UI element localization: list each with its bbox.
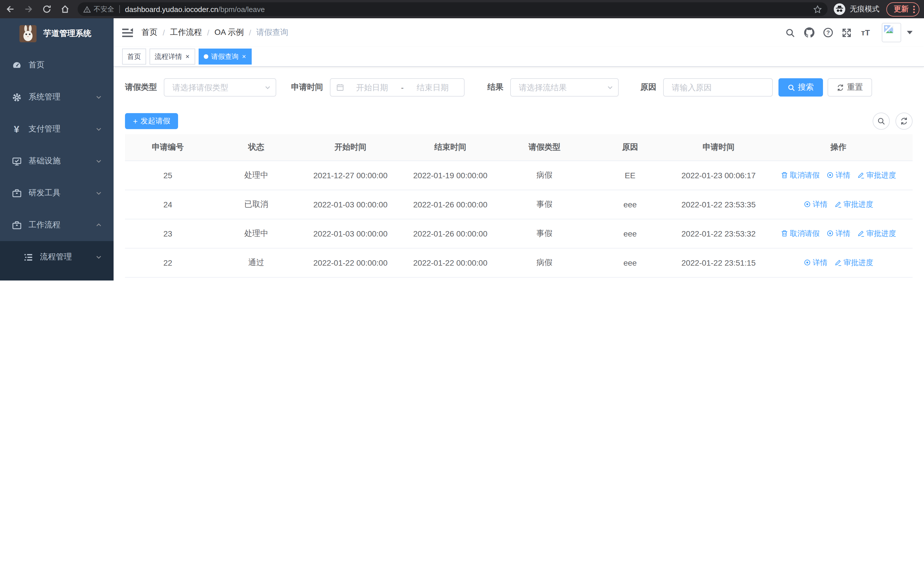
reset-button[interactable]: 重置 xyxy=(828,78,872,96)
help-icon[interactable]: ? xyxy=(818,18,837,47)
column-header: 申请时间 xyxy=(673,134,764,161)
bookmark-star-icon[interactable] xyxy=(813,5,822,14)
table-refresh-icon[interactable] xyxy=(896,113,913,130)
browser-forward-icon[interactable] xyxy=(21,1,36,17)
leave-type-select[interactable] xyxy=(164,78,276,96)
app-logo-row[interactable]: 芋道管理系统 xyxy=(0,18,114,49)
action-label: 详情 xyxy=(813,199,828,210)
end-date-input[interactable] xyxy=(407,82,458,93)
browser-home-icon[interactable] xyxy=(57,1,73,17)
sidebar-item-payment-mgmt[interactable]: ¥支付管理 xyxy=(0,113,114,145)
browser-reload-icon[interactable] xyxy=(39,1,55,17)
omnibox-divider xyxy=(119,5,120,13)
tab-label: 首页 xyxy=(127,52,141,62)
cell-end: 2022-01-22 00:00:00 xyxy=(399,248,502,277)
list-icon xyxy=(23,252,33,262)
sidebar-item-task-mgmt[interactable]: 任务管理 xyxy=(0,273,114,281)
close-icon[interactable]: × xyxy=(185,53,190,60)
top-navbar: 首页/工作流程/OA 示例/请假查询 ? тT xyxy=(114,18,924,47)
pen-icon xyxy=(857,230,865,238)
font-size-icon[interactable]: тT xyxy=(856,18,875,47)
apply-time-range-picker[interactable]: - xyxy=(330,78,465,96)
browser-update-button[interactable]: 更新 xyxy=(886,2,920,16)
sidebar-item-label: 系统管理 xyxy=(28,92,95,102)
column-header: 状态 xyxy=(211,134,302,161)
cell-actions: 详情审批进度 xyxy=(764,190,913,219)
update-label: 更新 xyxy=(894,4,909,14)
monitor-icon xyxy=(11,156,22,166)
cell-reason: eee xyxy=(587,248,673,277)
table-search-toggle-icon[interactable] xyxy=(873,113,890,130)
reason-input[interactable] xyxy=(670,82,765,93)
approval-progress-link[interactable]: 审批进度 xyxy=(857,229,896,239)
approval-progress-link[interactable]: 审批进度 xyxy=(857,170,896,180)
chevron-up-icon xyxy=(95,222,102,229)
sidebar-item-home[interactable]: 首页 xyxy=(0,49,114,81)
tab-请假查询[interactable]: 请假查询× xyxy=(199,48,252,65)
cell-start: 2022-01-03 00:00:00 xyxy=(302,219,399,248)
sidebar-item-process-mgmt[interactable]: 流程管理 xyxy=(0,241,114,273)
view-icon xyxy=(804,201,811,208)
cell-start: 2022-01-03 00:00:00 xyxy=(302,190,399,219)
page-content: 请假类型 申请时间 - 结果 原因 xyxy=(114,67,924,281)
result-select[interactable] xyxy=(510,78,619,96)
tab-首页[interactable]: 首页 xyxy=(122,48,146,65)
detail-link[interactable]: 详情 xyxy=(826,229,850,239)
tab-流程详情[interactable]: 流程详情× xyxy=(150,48,195,65)
fullscreen-icon[interactable] xyxy=(837,18,856,47)
cell-reason: eee xyxy=(587,219,673,248)
approval-progress-link[interactable]: 审批进度 xyxy=(834,258,873,268)
sidebar-item-label: 研发工具 xyxy=(28,188,95,198)
sidebar-item-workflow[interactable]: 工作流程 xyxy=(0,209,114,241)
cell-status: 通过 xyxy=(211,248,302,277)
sidebar-fold-button[interactable] xyxy=(114,18,141,47)
search-button[interactable]: 搜索 xyxy=(778,78,823,96)
github-icon[interactable] xyxy=(800,18,818,47)
sidebar-item-infrastructure[interactable]: 基础设施 xyxy=(0,145,114,177)
cell-start: 2022-01-22 00:00:00 xyxy=(302,248,399,277)
sidebar-item-dev-tools[interactable]: 研发工具 xyxy=(0,177,114,209)
table-header-row: 申请编号状态开始时间结束时间请假类型原因申请时间操作 xyxy=(125,134,913,161)
detail-link[interactable]: 详情 xyxy=(804,258,828,268)
leave-type-select-input[interactable] xyxy=(171,82,264,93)
active-dot-icon xyxy=(204,54,208,59)
breadcrumb-item[interactable]: OA 示例 xyxy=(214,27,244,38)
column-header: 开始时间 xyxy=(302,134,399,161)
browser-back-icon[interactable] xyxy=(2,1,18,17)
search-icon xyxy=(788,84,795,91)
security-label: 不安全 xyxy=(94,4,114,14)
breadcrumb-item[interactable]: 工作流程 xyxy=(170,27,202,38)
browser-toolbar: 不安全 dashboard.yudao.iocoder.cn/bpm/oa/le… xyxy=(0,0,924,18)
address-bar[interactable]: 不安全 dashboard.yudao.iocoder.cn/bpm/oa/le… xyxy=(78,2,828,16)
breadcrumb-item[interactable]: 首页 xyxy=(141,27,158,38)
sidebar-item-system-mgmt[interactable]: 系统管理 xyxy=(0,81,114,113)
pen-icon xyxy=(857,171,865,179)
url-text: dashboard.yudao.iocoder.cn/bpm/oa/leave xyxy=(125,5,809,14)
detail-link[interactable]: 详情 xyxy=(826,170,850,180)
close-icon[interactable]: × xyxy=(242,53,246,60)
detail-link[interactable]: 详情 xyxy=(804,199,828,210)
cell-start: 2021-12-27 00:00:00 xyxy=(302,161,399,190)
browser-menu-icon[interactable] xyxy=(913,5,915,13)
tab-label: 请假查询 xyxy=(211,52,238,62)
approval-progress-link[interactable]: 审批进度 xyxy=(834,199,873,210)
chevron-down-icon xyxy=(95,94,102,101)
result-select-input[interactable] xyxy=(518,82,607,93)
breadcrumb-item: 请假查询 xyxy=(256,27,288,38)
view-icon xyxy=(826,171,834,179)
pen-icon xyxy=(834,201,842,208)
create-leave-button[interactable]: + 发起请假 xyxy=(125,113,178,129)
cell-reason: EE xyxy=(587,161,673,190)
cell-status: 已取消 xyxy=(211,190,302,219)
cell-actions: 详情审批进度 xyxy=(764,248,913,277)
caret-down-icon xyxy=(907,31,913,34)
date-separator: - xyxy=(398,83,407,92)
chevron-down-icon xyxy=(95,158,102,164)
header-search-icon[interactable] xyxy=(781,18,800,47)
user-avatar-wrap[interactable] xyxy=(882,23,920,42)
start-date-input[interactable] xyxy=(346,82,398,93)
cancel-leave-link[interactable]: 取消请假 xyxy=(781,170,819,180)
column-header: 结束时间 xyxy=(399,134,502,161)
column-header: 申请编号 xyxy=(125,134,211,161)
cancel-leave-link[interactable]: 取消请假 xyxy=(781,229,819,239)
